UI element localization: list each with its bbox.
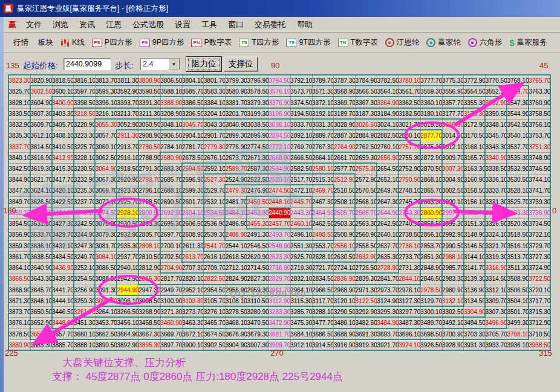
grid-cell[interactable]: 2666.50 (291, 153, 313, 164)
grid-cell[interactable]: 2623.30 (269, 252, 291, 263)
grid-cell[interactable]: 3924.10 (399, 340, 421, 351)
grid-cell[interactable]: 3794.50 (269, 76, 291, 86)
grid-cell[interactable]: 3444.10 (53, 296, 74, 307)
support-button[interactable]: 支撑位 (224, 57, 258, 71)
grid-cell[interactable]: 3568.90 (334, 86, 356, 97)
grid-cell[interactable]: 2872.90 (421, 153, 443, 164)
grid-cell[interactable]: 2496.10 (291, 230, 313, 240)
grid-cell[interactable]: 2515.30 (313, 175, 334, 185)
grid-cell[interactable]: 3489.70 (421, 318, 443, 329)
grid-cell[interactable]: 3151.30 (464, 219, 486, 230)
grid-cell[interactable]: 3597.70 (74, 86, 96, 97)
grid-cell[interactable]: 3777.70 (421, 76, 443, 86)
grid-cell[interactable]: 3456.10 (117, 318, 139, 329)
grid-cell[interactable]: 3746.50 (529, 164, 551, 175)
grid-cell[interactable]: 2488.90 (226, 230, 247, 240)
grid-cell[interactable]: 3134.50 (464, 296, 486, 307)
grid-cell[interactable]: 3175.30 (464, 109, 486, 120)
toolbar-item-T数字表[interactable]: TNT数字表 (334, 37, 382, 48)
grid-cell[interactable]: 2889.70 (313, 130, 334, 141)
grid-cell[interactable]: 3225.70 (74, 141, 96, 152)
grid-cell[interactable]: 3506.50 (507, 284, 529, 295)
grid-cell[interactable]: 3542.50 (507, 120, 529, 130)
grid-cell[interactable]: 2712.10 (226, 263, 247, 274)
grid-cell[interactable]: 3885.70 (53, 340, 74, 351)
grid-cell[interactable]: 3028.90 (334, 120, 356, 130)
grid-cell[interactable]: 3127.30 (399, 296, 421, 307)
grid-cell[interactable]: 2887.30 (334, 130, 356, 141)
grid-cell[interactable]: 3184.90 (377, 109, 399, 120)
grid-cell[interactable]: 3333.70 (486, 185, 507, 196)
grid-cell[interactable]: 3571.30 (313, 86, 334, 97)
grid-cell[interactable]: 2928.10 (117, 208, 139, 219)
grid-cell[interactable]: 2652.10 (377, 175, 399, 185)
grid-cell[interactable]: 3933.70 (486, 340, 507, 351)
grid-cell[interactable]: 3244.90 (74, 230, 96, 240)
grid-cell[interactable]: 3554.50 (464, 86, 486, 97)
grid-cell[interactable]: 3487.30 (399, 318, 421, 329)
grid-cell[interactable]: 3772.90 (464, 76, 486, 86)
grid-cell[interactable]: 3014.50 (443, 130, 464, 141)
grid-cell[interactable]: 3067.30 (96, 175, 117, 185)
grid-cell[interactable]: 3259.30 (74, 296, 96, 307)
grid-cell[interactable]: 3703.30 (464, 329, 486, 339)
grid-cell[interactable]: 3768.10 (507, 76, 529, 86)
grid-cell[interactable]: 2947.30 (139, 284, 161, 295)
grid-cell[interactable]: 2904.10 (183, 130, 204, 141)
grid-cell[interactable]: 3667.30 (139, 329, 161, 339)
grid-cell[interactable]: 3871.30 (9, 296, 31, 307)
grid-cell[interactable]: 3340.90 (486, 153, 507, 164)
grid-cell[interactable]: 3710.50 (529, 329, 551, 339)
grid-cell[interactable]: 3256.90 (74, 284, 96, 295)
grid-cell[interactable]: 3518.50 (507, 230, 529, 240)
grid-cell[interactable]: 3621.70 (31, 175, 53, 185)
grid-cell[interactable]: 2707.30 (183, 263, 204, 274)
grid-cell[interactable]: 2539.30 (204, 230, 226, 240)
grid-cell[interactable]: 2762.50 (356, 141, 377, 152)
grid-cell[interactable]: 2611.30 (183, 241, 204, 252)
grid-cell[interactable]: 2479.30 (226, 185, 247, 196)
grid-cell[interactable]: 3362.50 (399, 97, 421, 108)
grid-cell[interactable]: 3297.70 (399, 307, 421, 318)
grid-cell[interactable]: 3741.70 (529, 185, 551, 196)
grid-cell[interactable]: 3616.90 (31, 153, 53, 164)
grid-cell[interactable]: 3631.30 (31, 219, 53, 230)
grid-cell[interactable]: 2776.90 (226, 141, 247, 152)
grid-cell[interactable]: 3446.50 (53, 307, 74, 318)
grid-cell[interactable]: 3664.90 (117, 329, 139, 339)
grid-cell[interactable]: 3412.90 (53, 153, 74, 164)
grid-cell[interactable]: 2671.30 (247, 153, 269, 164)
grid-cell[interactable]: 3816.10 (74, 76, 96, 86)
grid-cell[interactable]: 3156.10 (464, 197, 486, 208)
grid-cell[interactable]: 2932.90 (117, 230, 139, 240)
grid-cell[interactable]: 2510.50 (334, 185, 356, 196)
grid-cell[interactable]: 2700.10 (161, 241, 183, 252)
menu-item-交易委托[interactable]: 交易委托 (249, 19, 291, 30)
grid-cell[interactable]: 3895.30 (139, 340, 161, 351)
grid-cell[interactable]: 2577.70 (334, 164, 356, 175)
grid-cell[interactable]: 3564.10 (377, 86, 399, 97)
grid-cell[interactable]: 3904.90 (226, 340, 247, 351)
grid-cell[interactable]: 3566.50 (356, 86, 377, 97)
grid-cell[interactable]: 3919.30 (356, 340, 377, 351)
grid-cell[interactable]: 2628.10 (313, 252, 334, 263)
grid-cell[interactable]: 3019.30 (421, 120, 443, 130)
grid-cell[interactable]: 2690.50 (161, 197, 183, 208)
grid-cell[interactable]: 2805.70 (139, 230, 161, 240)
grid-cell[interactable]: 3372.10 (313, 97, 334, 108)
chevron-down-icon[interactable]: ▼ (168, 59, 180, 69)
grid-cell[interactable]: 3732.10 (529, 230, 551, 240)
grid-cell[interactable]: 3842.50 (9, 164, 31, 175)
grid-cell[interactable]: 3379.30 (247, 97, 269, 108)
grid-cell[interactable]: 3427.30 (53, 219, 74, 230)
grid-cell[interactable]: 3655.30 (31, 329, 53, 339)
grid-cell[interactable]: 3172.90 (464, 120, 486, 130)
grid-cell[interactable]: 3866.50 (9, 274, 31, 284)
grid-cell[interactable]: 3098.50 (139, 296, 161, 307)
grid-cell[interactable]: 3369.70 (334, 97, 356, 108)
grid-cell[interactable]: 3460.90 (161, 318, 183, 329)
grid-cell[interactable]: 3535.30 (507, 153, 529, 164)
grid-cell[interactable]: 2556.10 (334, 241, 356, 252)
grid-cell[interactable]: 3343.30 (486, 141, 507, 152)
grid-cell[interactable]: 3117.70 (313, 296, 334, 307)
